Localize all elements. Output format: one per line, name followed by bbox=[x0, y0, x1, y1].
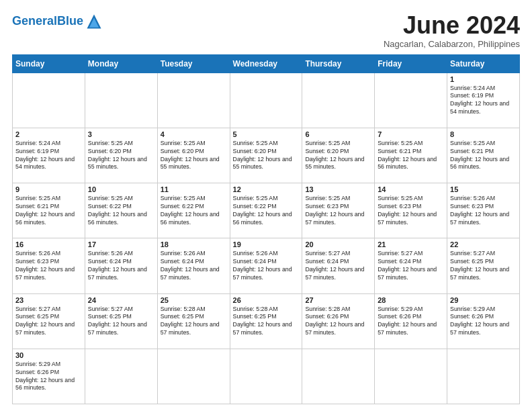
cell-day-number: 24 bbox=[88, 296, 154, 304]
cell-day-number: 16 bbox=[15, 240, 82, 248]
cell-day-number: 5 bbox=[233, 130, 300, 138]
cell-day-number: 21 bbox=[378, 240, 444, 248]
cell-sun-info: Sunrise: 5:28 AM Sunset: 6:25 PM Dayligh… bbox=[233, 306, 300, 338]
cell-sun-info: Sunrise: 5:25 AM Sunset: 6:22 PM Dayligh… bbox=[88, 195, 154, 227]
cell-sun-info: Sunrise: 5:29 AM Sunset: 6:26 PM Dayligh… bbox=[15, 361, 82, 393]
calendar-cell: 10Sunrise: 5:25 AM Sunset: 6:22 PM Dayli… bbox=[85, 183, 157, 238]
calendar-cell: 18Sunrise: 5:26 AM Sunset: 6:24 PM Dayli… bbox=[157, 238, 230, 293]
cell-day-number: 4 bbox=[161, 130, 227, 138]
calendar-week-row: 9Sunrise: 5:25 AM Sunset: 6:21 PM Daylig… bbox=[13, 183, 520, 238]
calendar-cell: 26Sunrise: 5:28 AM Sunset: 6:25 PM Dayli… bbox=[230, 293, 302, 349]
calendar-cell: 19Sunrise: 5:26 AM Sunset: 6:24 PM Dayli… bbox=[230, 238, 302, 293]
calendar-cell: 24Sunrise: 5:27 AM Sunset: 6:25 PM Dayli… bbox=[85, 293, 157, 349]
calendar-cell bbox=[375, 349, 447, 404]
cell-day-number: 25 bbox=[161, 296, 227, 304]
cell-day-number: 29 bbox=[450, 296, 517, 304]
calendar-week-row: 23Sunrise: 5:27 AM Sunset: 6:25 PM Dayli… bbox=[13, 293, 520, 349]
day-header-tuesday: Tuesday bbox=[157, 54, 230, 73]
cell-sun-info: Sunrise: 5:25 AM Sunset: 6:20 PM Dayligh… bbox=[161, 140, 227, 172]
calendar-cell: 25Sunrise: 5:28 AM Sunset: 6:25 PM Dayli… bbox=[157, 293, 230, 349]
calendar-cell: 1Sunrise: 5:24 AM Sunset: 6:19 PM Daylig… bbox=[447, 73, 520, 128]
calendar-header-row: SundayMondayTuesdayWednesdayThursdayFrid… bbox=[13, 54, 520, 73]
calendar-cell: 29Sunrise: 5:29 AM Sunset: 6:26 PM Dayli… bbox=[447, 293, 520, 349]
cell-day-number: 20 bbox=[305, 240, 371, 248]
cell-day-number: 13 bbox=[305, 185, 371, 193]
calendar-cell: 2Sunrise: 5:24 AM Sunset: 6:19 PM Daylig… bbox=[13, 128, 85, 183]
calendar-cell: 15Sunrise: 5:26 AM Sunset: 6:23 PM Dayli… bbox=[447, 183, 520, 238]
calendar-cell bbox=[85, 73, 157, 128]
cell-day-number: 10 bbox=[88, 185, 154, 193]
cell-day-number: 1 bbox=[450, 75, 517, 83]
calendar-cell: 27Sunrise: 5:28 AM Sunset: 6:26 PM Dayli… bbox=[302, 293, 375, 349]
cell-day-number: 26 bbox=[233, 296, 300, 304]
cell-day-number: 14 bbox=[378, 185, 444, 193]
logo-text: GeneralBlue bbox=[12, 15, 83, 28]
calendar-cell: 12Sunrise: 5:25 AM Sunset: 6:22 PM Dayli… bbox=[230, 183, 302, 238]
calendar-table: SundayMondayTuesdayWednesdayThursdayFrid… bbox=[12, 54, 520, 404]
cell-day-number: 19 bbox=[233, 240, 300, 248]
cell-day-number: 17 bbox=[88, 240, 154, 248]
day-header-friday: Friday bbox=[375, 54, 447, 73]
cell-sun-info: Sunrise: 5:26 AM Sunset: 6:24 PM Dayligh… bbox=[233, 250, 300, 282]
cell-day-number: 11 bbox=[161, 185, 227, 193]
cell-day-number: 18 bbox=[161, 240, 227, 248]
cell-sun-info: Sunrise: 5:26 AM Sunset: 6:23 PM Dayligh… bbox=[450, 195, 517, 227]
cell-sun-info: Sunrise: 5:26 AM Sunset: 6:24 PM Dayligh… bbox=[161, 250, 227, 282]
cell-sun-info: Sunrise: 5:27 AM Sunset: 6:24 PM Dayligh… bbox=[378, 250, 444, 282]
calendar-week-row: 2Sunrise: 5:24 AM Sunset: 6:19 PM Daylig… bbox=[13, 128, 520, 183]
cell-sun-info: Sunrise: 5:24 AM Sunset: 6:19 PM Dayligh… bbox=[15, 140, 82, 172]
calendar-cell bbox=[230, 73, 302, 128]
calendar-week-row: 30Sunrise: 5:29 AM Sunset: 6:26 PM Dayli… bbox=[13, 349, 520, 404]
calendar-cell bbox=[157, 73, 230, 128]
calendar-cell: 6Sunrise: 5:25 AM Sunset: 6:20 PM Daylig… bbox=[302, 128, 375, 183]
calendar-cell: 22Sunrise: 5:27 AM Sunset: 6:25 PM Dayli… bbox=[447, 238, 520, 293]
cell-sun-info: Sunrise: 5:25 AM Sunset: 6:21 PM Dayligh… bbox=[15, 195, 82, 227]
cell-day-number: 3 bbox=[88, 130, 154, 138]
cell-day-number: 28 bbox=[378, 296, 444, 304]
cell-sun-info: Sunrise: 5:27 AM Sunset: 6:25 PM Dayligh… bbox=[450, 250, 517, 282]
cell-day-number: 27 bbox=[305, 296, 371, 304]
logo-general: General bbox=[12, 14, 57, 28]
calendar-cell: 13Sunrise: 5:25 AM Sunset: 6:23 PM Dayli… bbox=[302, 183, 375, 238]
cell-day-number: 12 bbox=[233, 185, 300, 193]
day-header-thursday: Thursday bbox=[302, 54, 375, 73]
cell-sun-info: Sunrise: 5:25 AM Sunset: 6:20 PM Dayligh… bbox=[305, 140, 371, 172]
cell-sun-info: Sunrise: 5:27 AM Sunset: 6:25 PM Dayligh… bbox=[88, 306, 154, 338]
cell-sun-info: Sunrise: 5:26 AM Sunset: 6:23 PM Dayligh… bbox=[15, 250, 82, 282]
calendar-cell: 9Sunrise: 5:25 AM Sunset: 6:21 PM Daylig… bbox=[13, 183, 85, 238]
calendar-cell bbox=[85, 349, 157, 404]
calendar-cell bbox=[375, 73, 447, 128]
calendar-cell bbox=[447, 349, 520, 404]
cell-day-number: 22 bbox=[450, 240, 517, 248]
logo: GeneralBlue bbox=[12, 12, 103, 31]
logo-blue-text: Blue bbox=[57, 14, 83, 28]
cell-sun-info: Sunrise: 5:28 AM Sunset: 6:26 PM Dayligh… bbox=[305, 306, 371, 338]
calendar-cell: 3Sunrise: 5:25 AM Sunset: 6:20 PM Daylig… bbox=[85, 128, 157, 183]
calendar-cell: 4Sunrise: 5:25 AM Sunset: 6:20 PM Daylig… bbox=[157, 128, 230, 183]
calendar-cell: 21Sunrise: 5:27 AM Sunset: 6:24 PM Dayli… bbox=[375, 238, 447, 293]
cell-day-number: 9 bbox=[15, 185, 82, 193]
cell-sun-info: Sunrise: 5:28 AM Sunset: 6:25 PM Dayligh… bbox=[161, 306, 227, 338]
calendar-cell: 23Sunrise: 5:27 AM Sunset: 6:25 PM Dayli… bbox=[13, 293, 85, 349]
calendar-cell: 7Sunrise: 5:25 AM Sunset: 6:21 PM Daylig… bbox=[375, 128, 447, 183]
calendar-cell: 11Sunrise: 5:25 AM Sunset: 6:22 PM Dayli… bbox=[157, 183, 230, 238]
calendar-cell bbox=[302, 73, 375, 128]
calendar-cell: 17Sunrise: 5:26 AM Sunset: 6:24 PM Dayli… bbox=[85, 238, 157, 293]
cell-sun-info: Sunrise: 5:25 AM Sunset: 6:23 PM Dayligh… bbox=[378, 195, 444, 227]
cell-sun-info: Sunrise: 5:25 AM Sunset: 6:22 PM Dayligh… bbox=[161, 195, 227, 227]
cell-sun-info: Sunrise: 5:25 AM Sunset: 6:22 PM Dayligh… bbox=[233, 195, 300, 227]
day-header-saturday: Saturday bbox=[447, 54, 520, 73]
cell-day-number: 15 bbox=[450, 185, 517, 193]
cell-sun-info: Sunrise: 5:25 AM Sunset: 6:23 PM Dayligh… bbox=[305, 195, 371, 227]
cell-sun-info: Sunrise: 5:29 AM Sunset: 6:26 PM Dayligh… bbox=[378, 306, 444, 338]
calendar-cell: 5Sunrise: 5:25 AM Sunset: 6:20 PM Daylig… bbox=[230, 128, 302, 183]
cell-sun-info: Sunrise: 5:27 AM Sunset: 6:25 PM Dayligh… bbox=[15, 306, 82, 338]
calendar-cell: 30Sunrise: 5:29 AM Sunset: 6:26 PM Dayli… bbox=[13, 349, 85, 404]
calendar-cell bbox=[230, 349, 302, 404]
cell-sun-info: Sunrise: 5:27 AM Sunset: 6:24 PM Dayligh… bbox=[305, 250, 371, 282]
calendar-cell: 16Sunrise: 5:26 AM Sunset: 6:23 PM Dayli… bbox=[13, 238, 85, 293]
page: GeneralBlue June 2024 Nagcarlan, Calabar… bbox=[0, 0, 532, 411]
location: Nagcarlan, Calabarzon, Philippines bbox=[384, 39, 520, 49]
calendar-cell: 14Sunrise: 5:25 AM Sunset: 6:23 PM Dayli… bbox=[375, 183, 447, 238]
calendar-cell bbox=[157, 349, 230, 404]
